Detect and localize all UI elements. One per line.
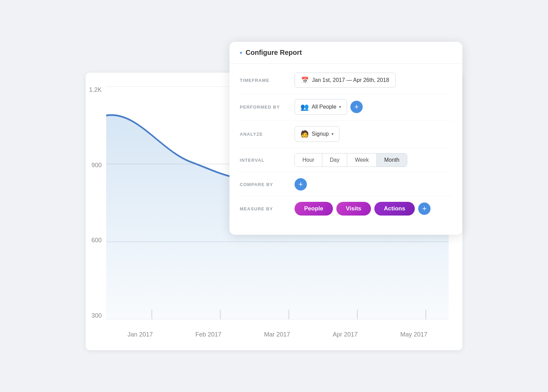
- config-header: ▾ Configure Report: [229, 42, 462, 64]
- interval-week-button[interactable]: Week: [347, 154, 377, 167]
- x-label-4: Apr 2017: [333, 331, 358, 338]
- performed-by-value: All People: [312, 104, 336, 110]
- performed-by-content: 👥 All People ▾ +: [295, 99, 363, 115]
- calendar-icon: 📅: [301, 76, 309, 84]
- analyze-row: ANALYZE 🧑 Signup ▾: [240, 121, 452, 148]
- timeframe-row: TIMEFRAME 📅 Jan 1st, 2017 — Apr 26th, 20…: [240, 67, 452, 94]
- x-label-3: Mar 2017: [264, 331, 290, 338]
- measure-by-row: MEASURE BY People Visits Actions +: [240, 196, 452, 221]
- x-label-2: Feb 2017: [196, 331, 222, 338]
- chevron-icon: ▾: [240, 50, 242, 56]
- analyze-content: 🧑 Signup ▾: [295, 126, 339, 142]
- y-label-3: 600: [91, 237, 102, 244]
- analyze-chevron-icon: ▾: [332, 132, 334, 136]
- interval-content: Hour Day Week Month: [295, 153, 407, 167]
- analyze-label: ANALYZE: [240, 132, 288, 137]
- interval-month-button[interactable]: Month: [377, 154, 407, 167]
- interval-hour-button[interactable]: Hour: [295, 154, 322, 167]
- compare-by-content: +: [295, 178, 307, 191]
- y-axis: 1.2K 900 600 300: [89, 86, 102, 319]
- interval-group: Hour Day Week Month: [295, 153, 407, 167]
- compare-by-row: COMPARE BY +: [240, 173, 452, 196]
- performed-by-row: PERFORMED BY 👥 All People ▾ +: [240, 94, 452, 121]
- y-label-1: 1.2K: [89, 86, 102, 94]
- interval-label: INTERVAL: [240, 158, 288, 163]
- config-body: TIMEFRAME 📅 Jan 1st, 2017 — Apr 26th, 20…: [229, 64, 462, 224]
- compare-by-add-button[interactable]: +: [295, 178, 307, 191]
- chevron-down-icon: ▾: [339, 105, 341, 109]
- config-title: Configure Report: [246, 49, 302, 57]
- x-axis: Jan 2017 Feb 2017 Mar 2017 Apr 2017 May …: [106, 321, 449, 340]
- interval-day-button[interactable]: Day: [322, 154, 347, 167]
- compare-by-label: COMPARE BY: [240, 182, 288, 187]
- timeframe-value: Jan 1st, 2017 — Apr 26th, 2018: [312, 77, 389, 83]
- y-label-2: 900: [91, 162, 102, 169]
- config-panel: ▾ Configure Report TIMEFRAME 📅 Jan 1st, …: [229, 42, 462, 235]
- person-icon: 🧑: [300, 130, 309, 138]
- timeframe-label: TIMEFRAME: [240, 78, 288, 83]
- timeframe-button[interactable]: 📅 Jan 1st, 2017 — Apr 26th, 2018: [295, 73, 396, 88]
- people-icon: 👥: [300, 103, 309, 111]
- x-label-5: May 2017: [400, 331, 427, 338]
- measure-actions-button[interactable]: Actions: [374, 202, 415, 216]
- y-label-4: 300: [91, 312, 102, 319]
- measure-by-label: MEASURE BY: [240, 206, 288, 211]
- measure-visits-button[interactable]: Visits: [336, 202, 371, 216]
- interval-row: INTERVAL Hour Day Week Month: [240, 148, 452, 173]
- analyze-dropdown[interactable]: 🧑 Signup ▾: [295, 126, 339, 142]
- performed-by-add-button[interactable]: +: [350, 101, 363, 113]
- timeframe-content: 📅 Jan 1st, 2017 — Apr 26th, 2018: [295, 73, 396, 88]
- performed-by-dropdown[interactable]: 👥 All People ▾: [295, 99, 347, 115]
- x-label-1: Jan 2017: [127, 331, 153, 338]
- measure-people-button[interactable]: People: [295, 202, 333, 216]
- analyze-value: Signup: [312, 131, 329, 137]
- performed-by-label: PERFORMED BY: [240, 105, 288, 110]
- measure-by-add-button[interactable]: +: [418, 203, 431, 215]
- measure-by-content: People Visits Actions +: [295, 202, 431, 216]
